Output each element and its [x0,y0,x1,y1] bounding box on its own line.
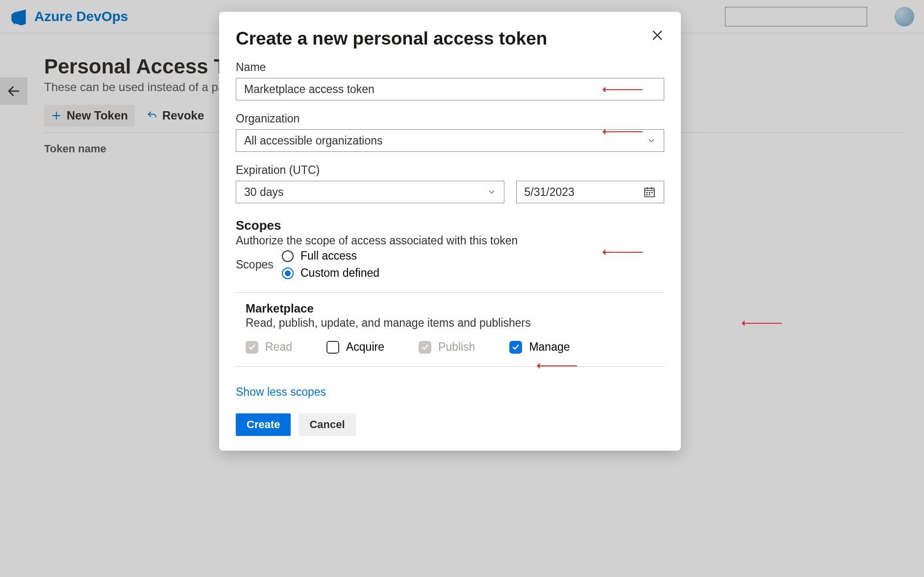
radio-full-access[interactable]: Full access [282,249,379,263]
annotation-arrow [604,89,643,90]
expiration-select[interactable]: 30 days [236,181,504,203]
radio-custom-defined-label: Custom defined [300,266,379,280]
name-label: Name [236,61,664,74]
checkbox-icon [419,341,431,354]
expiration-label: Expiration (UTC) [236,164,664,177]
organization-label: Organization [236,112,664,125]
chevron-down-icon [487,188,496,196]
close-icon[interactable] [650,28,664,42]
divider [236,292,664,293]
radio-icon [282,267,294,279]
scope-marketplace-title: Marketplace [246,302,664,315]
create-token-panel: Create a new personal access token Name … [219,12,681,451]
checkbox-icon [246,341,258,354]
checkbox-acquire[interactable]: Acquire [326,340,384,354]
scope-marketplace: Marketplace Read, publish, update, and m… [236,302,664,354]
checkbox-acquire-label: Acquire [346,340,384,354]
svg-rect-5 [649,194,650,195]
svg-rect-4 [647,194,648,195]
checkbox-manage-label: Manage [529,340,570,354]
annotation-arrow [604,252,643,253]
radio-icon [282,250,294,262]
annotation-arrow [539,365,577,366]
scopes-inline-label: Scopes [236,258,273,271]
chevron-down-icon [647,136,656,145]
svg-rect-2 [649,192,650,193]
expiration-date-value: 5/31/2023 [524,186,574,199]
expiration-value: 30 days [244,186,284,199]
expiration-date-input[interactable]: 5/31/2023 [516,181,664,203]
checkbox-icon [509,341,522,354]
checkbox-publish-label: Publish [438,340,475,354]
organization-value: All accessible organizations [244,134,383,147]
radio-full-access-label: Full access [300,249,357,263]
scopes-heading: Scopes [236,218,664,233]
scopes-subtext: Authorize the scope of access associated… [236,234,664,247]
check-icon [511,343,520,352]
panel-title: Create a new personal access token [236,28,547,49]
checkbox-read: Read [246,340,292,354]
annotation-arrow [604,131,643,132]
radio-custom-defined[interactable]: Custom defined [282,266,379,280]
svg-rect-1 [647,192,648,193]
annotation-arrow [744,323,782,324]
check-icon [421,343,429,352]
checkbox-publish: Publish [419,340,475,354]
checkbox-icon [326,341,339,354]
check-icon [248,343,256,352]
scope-marketplace-desc: Read, publish, update, and manage items … [246,316,664,330]
calendar-icon [643,186,656,198]
show-less-scopes-link[interactable]: Show less scopes [236,385,326,399]
checkbox-read-label: Read [265,340,292,354]
svg-rect-3 [651,192,653,193]
cancel-button[interactable]: Cancel [299,413,355,436]
divider [236,366,664,367]
checkbox-manage[interactable]: Manage [509,340,570,354]
create-button[interactable]: Create [236,413,291,436]
